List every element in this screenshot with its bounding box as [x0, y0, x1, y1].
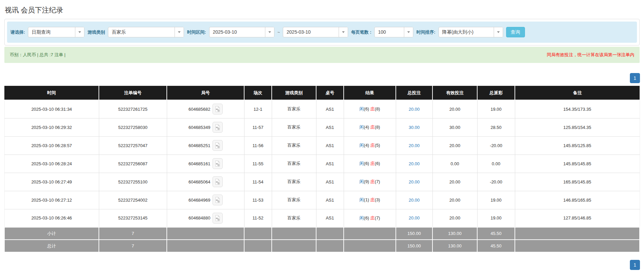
cell-session: 11-53: [244, 191, 272, 209]
chevron-down-icon[interactable]: [404, 27, 413, 37]
result-player-value: (4): [364, 125, 369, 130]
cell-valid-bet: 30.00: [432, 118, 477, 136]
cell-valid-bet: 0.00: [432, 155, 477, 173]
cell-time: 2025-03-10 06:28:24: [4, 155, 99, 173]
cell-table-no: AS1: [316, 136, 344, 155]
col-header-game-category: 游戏类别: [272, 86, 316, 100]
time-sort-label: 时间排序:: [416, 29, 435, 35]
cell-result: 闲(4) 庄(8): [344, 118, 396, 136]
cell-bet-id: 522327258030: [99, 118, 167, 136]
col-header-result: 结果: [344, 86, 396, 100]
cell-total-bet: 30.00: [396, 118, 432, 136]
video-file-icon: [214, 160, 221, 167]
result-banker-label: 庄: [370, 161, 375, 166]
table-row: 2025-03-10 06:26:46 522327253145 6046848…: [4, 209, 640, 227]
cell-total-bet: 20.00: [396, 173, 432, 191]
cell-game-category: 百家乐: [272, 136, 316, 155]
cell-bet-id: 522327256087: [99, 155, 167, 173]
result-player-label: 闲: [359, 143, 364, 148]
cell-remark: 125.85/154.35: [515, 118, 640, 136]
cell-session: 11-54: [244, 173, 272, 191]
result-banker-label: 庄: [370, 125, 375, 130]
page-1-button[interactable]: 1: [630, 73, 640, 83]
col-header-valid-bet: 有效投注: [432, 86, 477, 100]
result-player-value: (1): [364, 197, 369, 202]
per-page-dropdown[interactable]: 100: [374, 27, 413, 37]
table-row: 2025-03-10 06:28:24 522327256087 6046851…: [4, 155, 640, 173]
game-category-value: 百家乐: [108, 27, 175, 37]
cell-remark: 165.85/145.85: [515, 173, 640, 191]
cell-result: 闲(6) 庄(8): [344, 100, 396, 118]
total-bet-link[interactable]: 20.00: [409, 161, 420, 166]
cell-payout: 0.00: [477, 155, 515, 173]
cell-bet-id: 522327261725: [99, 100, 167, 118]
cell-time: 2025-03-10 06:27:12: [4, 191, 99, 209]
grand-total-row: 总计 7 150.00 130.00 45.50: [4, 240, 640, 252]
total-bet-link[interactable]: 20.00: [409, 179, 420, 184]
result-banker-label: 庄: [370, 215, 375, 220]
cell-time: 2025-03-10 06:29:32: [4, 118, 99, 136]
chevron-down-icon[interactable]: [339, 27, 348, 37]
result-player-label: 闲: [359, 125, 364, 130]
table-row: 2025-03-10 06:27:12 522327254002 6046849…: [4, 191, 640, 209]
total-bet-link[interactable]: 20.00: [409, 198, 420, 203]
date-to-dropdown[interactable]: 2025-03-10: [283, 27, 348, 37]
page-1-button[interactable]: 1: [630, 260, 640, 270]
cell-payout: -20.00: [477, 173, 515, 191]
video-file-icon: [214, 106, 221, 112]
chevron-down-icon[interactable]: [265, 27, 274, 37]
result-player-value: (6): [364, 161, 369, 166]
video-replay-button[interactable]: [213, 140, 223, 151]
video-replay-button[interactable]: [213, 176, 223, 187]
cell-table-no: AS1: [316, 173, 344, 191]
video-replay-button[interactable]: [213, 195, 223, 205]
cell-round-id: 604685251: [188, 143, 210, 148]
query-type-value: 日期查询: [28, 27, 75, 37]
video-replay-button[interactable]: [213, 122, 223, 133]
video-replay-button[interactable]: [213, 104, 223, 114]
video-replay-button[interactable]: [213, 158, 223, 169]
cell-time: 2025-03-10 06:28:57: [4, 136, 99, 155]
total-bet-link[interactable]: 20.00: [409, 107, 420, 112]
cell-session: 11-52: [244, 209, 272, 227]
filter-panel: 请选择: 日期查询 游戏类别 百家乐 时间区间: 2025-03-10 ~ 20…: [4, 19, 640, 45]
cell-session: 11-55: [244, 155, 272, 173]
cell-table-no: AS1: [316, 155, 344, 173]
filter-bar: 请选择: 日期查询 游戏类别 百家乐 时间区间: 2025-03-10 ~ 20…: [7, 22, 637, 43]
grand-total-valid-bet: 130.00: [432, 240, 477, 252]
grand-total-count: 7: [99, 240, 167, 252]
cell-remark: 127.85/146.85: [515, 209, 640, 227]
result-player-value: (4): [364, 143, 369, 148]
range-tilde: ~: [277, 30, 280, 35]
cell-valid-bet: 20.00: [432, 136, 477, 155]
total-bet-link[interactable]: 20.00: [409, 215, 420, 220]
total-bet-link[interactable]: 20.00: [409, 143, 420, 148]
cell-payout: 19.00: [477, 100, 515, 118]
cell-payout: -20.00: [477, 136, 515, 155]
cell-session: 12-1: [244, 100, 272, 118]
video-file-icon: [214, 124, 221, 131]
table-row: 2025-03-10 06:29:32 522327258030 6046853…: [4, 118, 640, 136]
video-file-icon: [214, 178, 221, 185]
time-sort-dropdown[interactable]: 降幂(由大到小): [439, 27, 503, 37]
cell-round-id: 604685064: [188, 179, 210, 184]
date-from-dropdown[interactable]: 2025-03-10: [209, 27, 274, 37]
chevron-down-icon[interactable]: [494, 27, 503, 37]
summary-bar: 币别：人民币 | 总共 :7 注单 | 同局有效投注，统一计算在该局第一张注单内: [4, 47, 640, 63]
video-replay-button[interactable]: [213, 213, 223, 224]
subtotal-row: 小计 7 150.00 130.00 45.50: [4, 227, 640, 240]
total-bet-link[interactable]: 30.00: [409, 125, 420, 130]
game-category-dropdown[interactable]: 百家乐: [108, 27, 184, 37]
col-header-session: 场次: [244, 86, 272, 100]
chevron-down-icon[interactable]: [75, 27, 84, 37]
cell-round-id: 604685161: [188, 161, 210, 166]
pagination-bottom: 1: [4, 260, 640, 270]
result-banker-label: 庄: [370, 106, 375, 111]
query-type-dropdown[interactable]: 日期查询: [28, 27, 84, 37]
search-button[interactable]: 查询: [506, 27, 525, 37]
chevron-down-icon[interactable]: [175, 27, 184, 37]
col-header-remark: 备注: [515, 86, 640, 100]
time-range-label: 时间区间:: [187, 29, 206, 35]
cell-time: 2025-03-10 06:26:46: [4, 209, 99, 227]
per-page-label: 每页笔数 :: [351, 29, 371, 35]
